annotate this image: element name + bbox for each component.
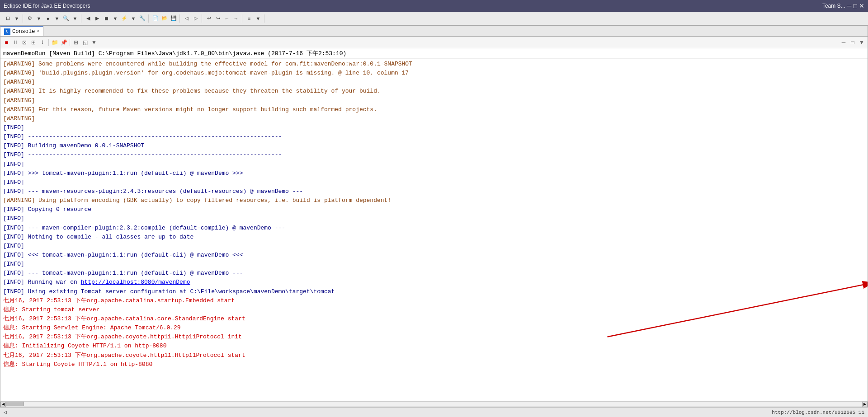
window-minimize-btn[interactable]: ─ — [847, 2, 852, 9]
console-view-btn[interactable]: ▼ — [90, 38, 98, 47]
console-tab-close-btn[interactable]: × — [37, 29, 39, 34]
toolbar-misc-1[interactable]: ↩ — [205, 14, 213, 23]
console-line: 七月16, 2017 2:53:13 下午org.apache.catalina… — [3, 314, 865, 323]
toolbar-btn-1[interactable]: ⊡ — [4, 14, 12, 23]
toolbar-group-2: ⚙ ▼ ● ▼ 🔍 ▼ — [24, 14, 81, 23]
console-line: [INFO] --- tomcat-maven-plugin:1.1:run (… — [3, 269, 865, 278]
toolbar-btn-15[interactable]: 🔧 — [138, 14, 146, 23]
toolbar-extra-1[interactable]: ≡ — [245, 14, 253, 23]
console-line: [INFO] — [3, 178, 865, 187]
toolbar-btn-2[interactable]: ▼ — [13, 14, 21, 23]
toolbar-btn-6[interactable]: ▼ — [53, 14, 61, 23]
toolbar-btn-12[interactable]: ▼ — [111, 14, 119, 23]
toolbar-nav-1[interactable]: ◁ — [183, 14, 191, 23]
toolbar-btn-9[interactable]: ◀ — [84, 14, 92, 23]
toolbar-sep-2 — [70, 39, 70, 46]
console-line: [INFO] Running war on http://localhost:8… — [3, 278, 865, 287]
console-panel: C Console × ■ ⏸ ⊠ ⊞ ⤓ 📁 📌 ⊞ ◱ ▼ ─ □ ▼ ma… — [0, 25, 868, 407]
console-tab[interactable]: C Console × — [0, 26, 43, 36]
open-btn[interactable]: 📂 — [160, 14, 169, 23]
disconnect-btn[interactable]: ⊠ — [20, 38, 28, 47]
window-close-btn[interactable]: ✕ — [859, 2, 864, 9]
toolbar-btn-13[interactable]: ⚡ — [120, 14, 128, 23]
pause-btn[interactable]: ⏸ — [11, 38, 19, 47]
open-file-btn[interactable]: 📁 — [51, 38, 59, 47]
toolbar-btn-5[interactable]: ● — [44, 14, 52, 23]
console-line: [INFO] Building mavenDemo 0.0.1-SNAPSHOT — [3, 141, 865, 150]
toolbar-btn-11[interactable]: ⏹ — [102, 14, 110, 23]
toolbar-btn-8[interactable]: ▼ — [71, 14, 79, 23]
console-line: [INFO] Nothing to compile - all classes … — [3, 233, 865, 242]
console-line: [WARNING] — [3, 78, 865, 87]
console-line: [INFO] --- maven-resources-plugin:2.4.3:… — [3, 187, 865, 196]
scroll-track — [6, 402, 862, 407]
console-line: 七月16, 2017 2:53:13 下午org.apache.coyote.h… — [3, 333, 865, 342]
stop-btn[interactable]: ■ — [2, 38, 10, 47]
toolbar-nav-3[interactable]: ← — [223, 14, 231, 23]
console-tab-bar: C Console × — [0, 26, 868, 37]
console-output[interactable]: [WARNING] Some problems were encountered… — [0, 59, 868, 401]
team-label: Team S... — [822, 3, 845, 9]
console-line: [INFO] ---------------------------------… — [3, 132, 865, 141]
console-line: 信息: Starting tomcat server — [3, 305, 865, 314]
toolbar-group-6: ↩ ↪ ← → — [203, 14, 242, 23]
console-line: [INFO] Copying 0 resource — [3, 205, 865, 214]
console-inner-toolbar: ■ ⏸ ⊠ ⊞ ⤓ 📁 📌 ⊞ ◱ ▼ ─ □ ▼ — [0, 37, 868, 48]
console-line: 信息: Starting Servlet Engine: Apache Tomc… — [3, 323, 865, 333]
save-btn[interactable]: 💾 — [170, 14, 178, 23]
console-line: [INFO] >>> tomcat-maven-plugin:1.1:run (… — [3, 169, 865, 178]
new-console-btn[interactable]: ⊞ — [72, 38, 80, 47]
console-line: [INFO] — [3, 160, 865, 169]
console-line: [WARNING] Using platform encoding (GBK a… — [3, 196, 865, 205]
toolbar-btn-4[interactable]: ▼ — [35, 14, 43, 23]
eclipse-title-text: Eclipse IDE for Java EE Developers — [4, 3, 90, 9]
new-btn[interactable]: 📄 — [151, 14, 160, 23]
toolbar-btn-7[interactable]: 🔍 — [62, 14, 70, 23]
console-line: [WARNING] 'build.plugins.plugin.version'… — [3, 69, 865, 78]
console-line: [WARNING] Some problems were encountered… — [3, 60, 865, 69]
console-line: 七月16, 2017 2:53:13 下午org.apache.coyote.h… — [3, 351, 865, 360]
display-selected-btn[interactable]: ◱ — [81, 38, 89, 47]
console-line: [INFO] ---------------------------------… — [3, 150, 865, 159]
console-link[interactable]: http://localhost:8080/mavenDemo — [81, 279, 190, 286]
clear-btn[interactable]: ⊞ — [29, 38, 38, 47]
toolbar-nav-4[interactable]: → — [232, 14, 240, 23]
toolbar-sep-1 — [48, 39, 49, 46]
toolbar-group-3: ◀ ▶ ⏹ ▼ ⚡ ▼ 🔧 — [82, 14, 149, 23]
scroll-lock-btn[interactable]: ⤓ — [38, 38, 47, 47]
console-line: [INFO] — [3, 260, 865, 269]
console-line: [WARNING] For this reason, future Maven … — [3, 105, 865, 114]
status-right: http://blog.csdn.net/u012085 11 — [772, 410, 864, 415]
console-line: [INFO] Using existing Tomcat server conf… — [3, 287, 865, 296]
toolbar-group-7: ≡ ▼ — [243, 14, 264, 23]
scroll-left-btn[interactable]: ◀ — [0, 402, 6, 407]
view-menu-btn[interactable]: ▼ — [858, 38, 866, 47]
main-toolbar: ⊡ ▼ ⚙ ▼ ● ▼ 🔍 ▼ ◀ ▶ ⏹ ▼ ⚡ ▼ 🔧 📄 📂 💾 ◁ ▷ … — [0, 12, 868, 25]
console-line: [INFO] <<< tomcat-maven-plugin:1.1:run (… — [3, 251, 865, 260]
maximize-view-btn[interactable]: □ — [849, 38, 857, 47]
pin-btn[interactable]: 📌 — [60, 38, 68, 47]
toolbar-group-5: ◁ ▷ — [181, 14, 202, 23]
window-controls-right: Team S... ─ □ ✕ — [822, 2, 864, 9]
horizontal-scrollbar[interactable]: ◀ ▶ — [0, 401, 868, 407]
status-left: ◁ — [4, 409, 7, 415]
console-line: 信息: Initializing Coyote HTTP/1.1 on http… — [3, 342, 865, 351]
minimize-view-btn[interactable]: ─ — [840, 38, 848, 47]
console-line: 七月16, 2017 2:53:13 下午org.apache.catalina… — [3, 296, 865, 305]
toolbar-btn-14[interactable]: ▼ — [129, 14, 137, 23]
console-line: [WARNING] It is highly recommended to fi… — [3, 87, 865, 96]
console-tab-icon: C — [4, 28, 10, 35]
scroll-thumb[interactable] — [6, 402, 24, 406]
console-line: [INFO] — [3, 214, 865, 223]
toolbar-group-1: ⊡ ▼ — [2, 14, 23, 23]
toolbar-btn-10[interactable]: ▶ — [93, 14, 101, 23]
status-bar: ◁ http://blog.csdn.net/u012085 11 — [0, 407, 868, 417]
toolbar-btn-3[interactable]: ⚙ — [26, 14, 34, 23]
eclipse-title-bar: Eclipse IDE for Java EE Developers Team … — [0, 0, 868, 12]
console-line: [WARNING] — [3, 96, 865, 105]
window-restore-btn[interactable]: □ — [854, 2, 857, 9]
toolbar-misc-2[interactable]: ↪ — [214, 14, 222, 23]
toolbar-nav-2[interactable]: ▷ — [192, 14, 200, 23]
scroll-right-btn[interactable]: ▶ — [862, 402, 868, 407]
toolbar-extra-2[interactable]: ▼ — [254, 14, 262, 23]
